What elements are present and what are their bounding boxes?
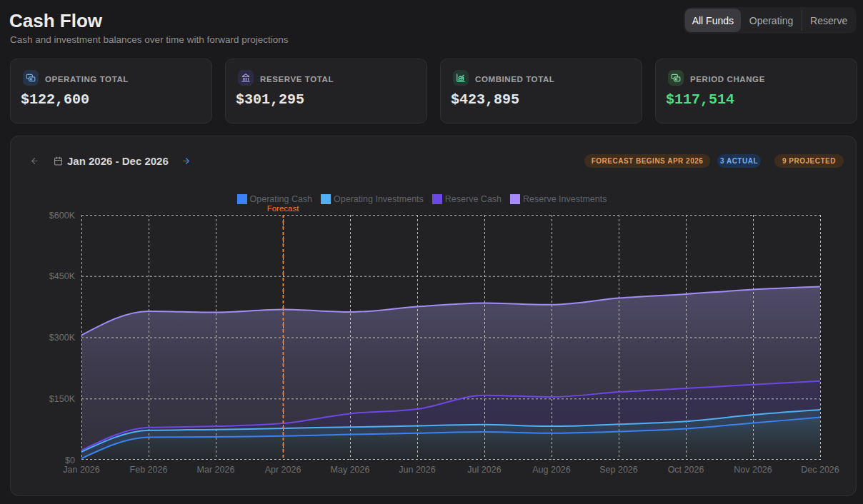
svg-text:Sep 2026: Sep 2026 — [599, 465, 638, 475]
svg-text:Jul 2026: Jul 2026 — [467, 465, 501, 475]
svg-text:$300K: $300K — [49, 333, 76, 343]
svg-text:$600K: $600K — [49, 211, 76, 221]
svg-text:Jun 2026: Jun 2026 — [399, 465, 435, 475]
svg-text:May 2026: May 2026 — [331, 465, 370, 475]
svg-text:Apr 2026: Apr 2026 — [265, 465, 301, 475]
svg-text:Aug 2026: Aug 2026 — [532, 465, 571, 475]
svg-text:Oct 2026: Oct 2026 — [668, 465, 704, 475]
svg-text:Jan 2026: Jan 2026 — [63, 465, 99, 475]
svg-text:$450K: $450K — [49, 271, 76, 281]
svg-text:Feb 2026: Feb 2026 — [130, 465, 168, 475]
svg-text:Nov 2026: Nov 2026 — [734, 465, 772, 475]
svg-text:Dec 2026: Dec 2026 — [801, 465, 839, 475]
svg-text:$150K: $150K — [49, 394, 76, 404]
svg-text:Forecast: Forecast — [267, 204, 300, 213]
svg-text:Mar 2026: Mar 2026 — [197, 465, 235, 475]
svg-text:$0: $0 — [65, 455, 75, 465]
